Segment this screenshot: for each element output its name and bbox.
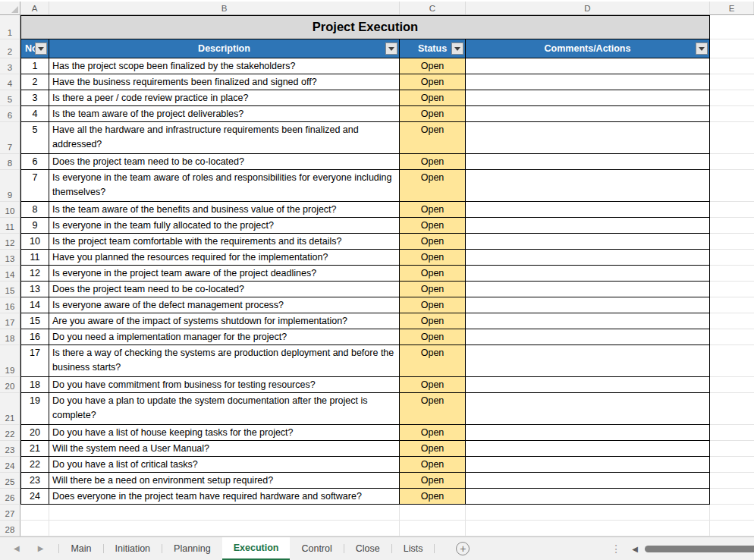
cell-no[interactable]: 8 — [20, 202, 49, 218]
cell-comments[interactable] — [466, 202, 710, 218]
cell-status[interactable]: Open — [400, 266, 466, 282]
cell-description[interactable]: Is everyone in the team aware of roles a… — [49, 170, 400, 202]
cell-description[interactable]: Do you need a implementation manager for… — [49, 329, 400, 345]
row-header[interactable]: 17 — [0, 313, 20, 329]
cell-description[interactable]: Have you planned the resources required … — [49, 250, 400, 266]
cell-comments[interactable] — [466, 457, 710, 473]
empty-cell[interactable] — [710, 457, 754, 473]
cell-description[interactable]: Do you have commitment from business for… — [49, 377, 400, 393]
cell-status[interactable]: Open — [400, 58, 466, 74]
cell-no[interactable]: 3 — [20, 90, 49, 106]
empty-cell[interactable] — [710, 250, 754, 266]
cell-description[interactable]: Are you aware of the impact of systems s… — [49, 313, 400, 329]
cell-status[interactable]: Open — [400, 345, 466, 377]
row-header[interactable]: 20 — [0, 377, 20, 393]
row-header[interactable]: 16 — [0, 297, 20, 313]
empty-cell[interactable] — [710, 122, 754, 154]
cell-no[interactable]: 11 — [20, 250, 49, 266]
sheet-tab-execution[interactable]: Execution — [222, 537, 291, 560]
cell-no[interactable]: 9 — [20, 218, 49, 234]
empty-cell[interactable] — [466, 505, 710, 521]
row-header[interactable]: 14 — [0, 266, 20, 282]
column-header-c[interactable]: C — [400, 2, 466, 14]
row-header[interactable]: 27 — [0, 505, 20, 521]
row-header[interactable]: 21 — [0, 393, 20, 425]
cell-description[interactable]: Do you have a plan to update the system … — [49, 393, 400, 425]
filter-dropdown-icon[interactable] — [696, 42, 708, 55]
row-header[interactable]: 1 — [0, 15, 20, 39]
empty-cell[interactable] — [710, 282, 754, 297]
horizontal-scrollbar-thumb[interactable] — [645, 546, 754, 552]
cell-no[interactable]: 23 — [20, 473, 49, 489]
filter-dropdown-icon[interactable] — [35, 42, 47, 55]
cell-comments[interactable] — [466, 170, 710, 202]
cell-comments[interactable] — [466, 250, 710, 266]
cell-comments[interactable] — [466, 313, 710, 329]
sheet-title-cell[interactable]: Project Execution — [20, 15, 710, 39]
cell-status[interactable]: Open — [400, 106, 466, 122]
cell-description[interactable]: Does the project team need to be co-loca… — [49, 154, 400, 170]
cell-no[interactable]: 19 — [20, 393, 49, 425]
cell-description[interactable]: Do you have a list of critical tasks? — [49, 457, 400, 473]
cell-status[interactable]: Open — [400, 234, 466, 250]
cell-no[interactable]: 12 — [20, 266, 49, 282]
cell-description[interactable]: Have all the hardware and infrastructure… — [49, 122, 400, 154]
cell-no[interactable]: 4 — [20, 106, 49, 122]
cell-comments[interactable] — [466, 154, 710, 170]
cell-no[interactable]: 16 — [20, 329, 49, 345]
header-cell-comments[interactable]: Comments/Actions — [466, 39, 710, 58]
cell-description[interactable]: Will the system need a User Manual? — [49, 441, 400, 457]
cell-status[interactable]: Open — [400, 218, 466, 234]
cell-comments[interactable] — [466, 489, 710, 505]
empty-cell[interactable] — [710, 313, 754, 329]
column-header-b[interactable]: B — [49, 2, 400, 14]
row-header[interactable]: 10 — [0, 202, 20, 218]
cell-comments[interactable] — [466, 473, 710, 489]
empty-cell[interactable] — [710, 39, 754, 58]
empty-cell[interactable] — [710, 505, 754, 521]
row-header[interactable]: 5 — [0, 90, 20, 106]
cell-no[interactable]: 7 — [20, 170, 49, 202]
cell-description[interactable]: Does the project team need to be co-loca… — [49, 282, 400, 297]
new-sheet-icon[interactable]: + — [456, 542, 470, 555]
empty-cell[interactable] — [710, 202, 754, 218]
cell-status[interactable]: Open — [400, 297, 466, 313]
cell-description[interactable]: Do you have a list of house keeping task… — [49, 425, 400, 441]
cell-comments[interactable] — [466, 234, 710, 250]
row-header[interactable]: 15 — [0, 282, 20, 297]
cell-status[interactable]: Open — [400, 282, 466, 297]
cell-description[interactable]: Is the project team comfortable with the… — [49, 234, 400, 250]
empty-cell[interactable] — [710, 218, 754, 234]
row-header[interactable]: 7 — [0, 122, 20, 154]
empty-cell[interactable] — [710, 266, 754, 282]
cell-status[interactable]: Open — [400, 489, 466, 505]
empty-cell[interactable] — [710, 329, 754, 345]
row-header[interactable]: 3 — [0, 58, 20, 74]
empty-cell[interactable] — [20, 505, 49, 521]
row-header[interactable]: 13 — [0, 250, 20, 266]
empty-cell[interactable] — [710, 441, 754, 457]
cell-no[interactable]: 2 — [20, 74, 49, 90]
empty-cell[interactable] — [710, 377, 754, 393]
cell-comments[interactable] — [466, 329, 710, 345]
header-cell-description[interactable]: Description — [49, 39, 400, 58]
cell-no[interactable]: 13 — [20, 282, 49, 297]
row-header[interactable]: 12 — [0, 234, 20, 250]
sheet-tab-initiation[interactable]: Initiation — [104, 537, 162, 560]
cell-comments[interactable] — [466, 218, 710, 234]
empty-cell[interactable] — [710, 74, 754, 90]
cell-no[interactable]: 5 — [20, 122, 49, 154]
empty-cell[interactable] — [710, 170, 754, 202]
filter-dropdown-icon[interactable] — [451, 42, 463, 55]
row-header[interactable]: 4 — [0, 74, 20, 90]
cell-status[interactable]: Open — [400, 457, 466, 473]
cell-comments[interactable] — [466, 441, 710, 457]
empty-cell[interactable] — [710, 15, 754, 39]
cell-description[interactable]: Is everyone in the project team aware of… — [49, 266, 400, 282]
cell-status[interactable]: Open — [400, 473, 466, 489]
cell-comments[interactable] — [466, 106, 710, 122]
row-header[interactable]: 22 — [0, 425, 20, 441]
cell-no[interactable]: 20 — [20, 425, 49, 441]
cell-comments[interactable] — [466, 393, 710, 425]
cell-status[interactable]: Open — [400, 74, 466, 90]
